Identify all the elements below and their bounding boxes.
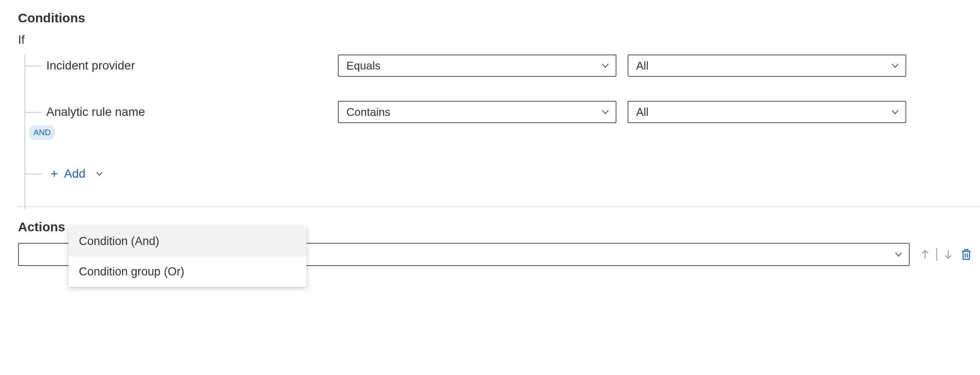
plus-icon: + bbox=[51, 167, 58, 180]
action-row-controls bbox=[917, 247, 974, 262]
tree-branch-line bbox=[24, 66, 42, 67]
select-value: All bbox=[636, 106, 649, 119]
and-operator-pill: AND bbox=[29, 125, 55, 140]
condition-operator-select[interactable]: Equals bbox=[338, 54, 616, 77]
chevron-down-icon bbox=[894, 250, 903, 259]
add-button-label: Add bbox=[64, 167, 86, 181]
chevron-down-icon bbox=[601, 108, 610, 116]
select-value: All bbox=[636, 59, 649, 73]
select-value: Equals bbox=[346, 59, 381, 73]
delete-action-button[interactable] bbox=[959, 247, 974, 262]
if-label: If bbox=[18, 33, 980, 47]
chevron-down-icon bbox=[891, 108, 899, 116]
menu-item-condition-and[interactable]: Condition (And) bbox=[69, 226, 307, 257]
condition-operator-select[interactable]: Contains bbox=[338, 101, 616, 123]
section-divider bbox=[18, 206, 980, 207]
tree-trunk-line bbox=[24, 54, 25, 209]
chevron-down-icon bbox=[891, 61, 899, 70]
move-down-button[interactable] bbox=[941, 247, 956, 262]
select-value: Contains bbox=[346, 106, 391, 119]
condition-field-label: Analytic rule name bbox=[46, 105, 338, 119]
tree-branch-line bbox=[24, 174, 42, 175]
condition-row: Analytic rule name Contains All bbox=[18, 101, 980, 123]
condition-value-select[interactable]: All bbox=[628, 101, 906, 123]
condition-field-label: Incident provider bbox=[46, 59, 338, 73]
tree-branch-line bbox=[24, 112, 42, 113]
menu-item-condition-group-or[interactable]: Condition group (Or) bbox=[69, 257, 307, 287]
conditions-heading: Conditions bbox=[18, 11, 980, 25]
chevron-down-icon bbox=[96, 167, 103, 181]
vertical-divider bbox=[936, 248, 937, 261]
condition-row: Incident provider Equals All bbox=[18, 54, 980, 77]
chevron-down-icon bbox=[601, 61, 610, 70]
add-condition-row: + Add bbox=[18, 163, 980, 185]
condition-value-select[interactable]: All bbox=[628, 54, 906, 77]
move-up-button[interactable] bbox=[917, 247, 933, 262]
add-condition-button[interactable]: + Add bbox=[51, 167, 103, 181]
add-condition-menu: Condition (And) Condition group (Or) bbox=[69, 226, 307, 287]
